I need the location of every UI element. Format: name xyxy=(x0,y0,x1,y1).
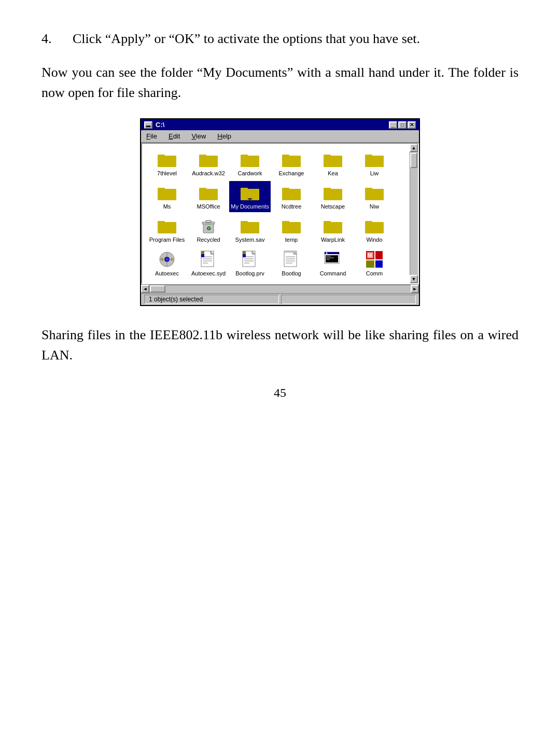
icon-label-bootlog-prv: Bootlog.prv xyxy=(235,270,264,277)
icon-windo[interactable]: Windo xyxy=(354,214,395,245)
step-number: 4. xyxy=(41,31,62,47)
maximize-button[interactable]: □ xyxy=(398,121,407,129)
folder-icon-my-documents xyxy=(241,183,259,202)
scroll-right-button[interactable]: ► xyxy=(411,285,419,293)
svg-rect-8 xyxy=(324,156,342,167)
vertical-scrollbar: ▲ ▼ xyxy=(410,144,418,283)
comm-icon: M xyxy=(365,250,384,269)
windows-explorer-window: ▬ C:\ _ □ ✕ File Edit View Help xyxy=(140,118,420,306)
icon-comm[interactable]: M Comm xyxy=(354,248,395,279)
folder-icon-windo xyxy=(365,216,384,235)
menu-file[interactable]: File xyxy=(143,131,160,141)
svg-rect-35 xyxy=(324,222,342,233)
menu-edit[interactable]: Edit xyxy=(165,131,183,141)
icon-autoexec[interactable]: Autoexec xyxy=(146,248,188,279)
svg-rect-21 xyxy=(324,189,342,200)
svg-rect-24 xyxy=(365,188,372,190)
icon-ncdtree[interactable]: Ncdtree xyxy=(271,181,312,212)
icon-my-documents[interactable]: My Documents xyxy=(229,181,271,212)
icon-bootlog-prv[interactable]: Bootlog.prv xyxy=(229,248,271,279)
scroll-up-button[interactable]: ▲ xyxy=(410,144,418,152)
minimize-button[interactable]: _ xyxy=(389,121,397,129)
command-icon xyxy=(324,250,342,269)
icon-autoexec-syd[interactable]: Autoexec.syd xyxy=(188,248,229,279)
svg-rect-9 xyxy=(324,155,331,157)
folder-icon-netscape xyxy=(324,183,342,202)
folder-icon-cardwork xyxy=(241,150,259,169)
icon-system-sav[interactable]: System.sav xyxy=(229,214,271,245)
folder-icon-ncdtree xyxy=(282,183,301,202)
icon-label-exchange: Exchange xyxy=(279,170,304,177)
icon-command[interactable]: Command xyxy=(312,248,354,279)
icon-program-files[interactable]: Program Files xyxy=(146,214,188,245)
icon-label-ncdtree: Ncdtree xyxy=(282,203,302,210)
icon-niw[interactable]: Niw xyxy=(354,181,395,212)
close-button[interactable]: ✕ xyxy=(408,121,416,129)
icon-label-command: Command xyxy=(320,270,346,277)
icon-recycled[interactable]: ♻ Recycled xyxy=(188,214,229,245)
folder-icon-niw xyxy=(365,183,384,202)
svg-text:♻: ♻ xyxy=(206,226,211,231)
svg-rect-62 xyxy=(243,254,246,257)
menu-bar: File Edit View Help xyxy=(141,130,419,143)
svg-rect-12 xyxy=(158,189,176,200)
svg-rect-1 xyxy=(158,155,165,157)
svg-rect-23 xyxy=(365,189,384,200)
title-bar: ▬ C:\ _ □ ✕ xyxy=(141,119,419,130)
icon-7thlevel[interactable]: 7thlevel xyxy=(146,148,188,179)
folder-icon-ms xyxy=(158,183,176,202)
icon-audrack[interactable]: Audrack.w32 xyxy=(188,148,229,179)
svg-rect-53 xyxy=(201,254,204,257)
icon-msoffice[interactable]: MSOffice xyxy=(188,181,229,212)
svg-rect-37 xyxy=(365,222,384,233)
bootlog-prv-icon xyxy=(241,250,259,269)
icon-bootlog[interactable]: Bootlog xyxy=(271,248,312,279)
status-text: 1 object(s) selected xyxy=(144,295,279,304)
content-area: 7thlevel Audrack.w32 xyxy=(141,143,419,284)
menu-view[interactable]: View xyxy=(188,131,209,141)
icon-exchange[interactable]: Exchange xyxy=(271,148,312,179)
scroll-thumb-horizontal[interactable] xyxy=(150,285,165,293)
icon-warplink[interactable]: WarpLink xyxy=(312,214,354,245)
scroll-down-button[interactable]: ▼ xyxy=(410,275,418,283)
svg-rect-22 xyxy=(324,188,331,190)
icon-netscape[interactable]: Netscape xyxy=(312,181,354,212)
bottom-area: ◄ ► xyxy=(141,284,419,293)
icon-ms[interactable]: Ms xyxy=(146,181,188,212)
icon-area: 7thlevel Audrack.w32 xyxy=(141,143,419,284)
svg-rect-81 xyxy=(375,260,383,268)
svg-rect-3 xyxy=(199,155,206,157)
folder-icon-msoffice xyxy=(199,183,218,202)
scroll-thumb-vertical[interactable] xyxy=(410,153,417,168)
scroll-track-vertical xyxy=(410,152,418,275)
folder-icon-liw xyxy=(365,150,384,169)
svg-rect-19 xyxy=(282,189,301,200)
status-bar: 1 object(s) selected xyxy=(141,293,419,305)
titlebar-buttons: _ □ ✕ xyxy=(389,121,416,129)
svg-rect-32 xyxy=(241,221,248,223)
icon-label-warplink: WarpLink xyxy=(321,237,345,243)
status-section-2 xyxy=(281,295,416,304)
step-4: 4. Click “Apply” or “OK” to activate the… xyxy=(41,31,519,47)
icon-label-ms: Ms xyxy=(163,203,171,210)
icon-liw[interactable]: Liw xyxy=(354,148,395,179)
svg-rect-38 xyxy=(365,221,372,223)
scroll-left-button[interactable]: ◄ xyxy=(141,285,149,293)
icon-cardwork[interactable]: Cardwork xyxy=(229,148,271,179)
icon-label-kea: Kea xyxy=(328,170,338,177)
icon-kea[interactable]: Kea xyxy=(312,148,354,179)
svg-rect-34 xyxy=(282,221,289,223)
folder-icon-system-sav xyxy=(241,216,259,235)
svg-rect-6 xyxy=(282,156,301,167)
icon-label-niw: Niw xyxy=(370,203,379,210)
menu-help[interactable]: Help xyxy=(214,131,234,141)
svg-rect-14 xyxy=(199,189,218,200)
icon-temp[interactable]: temp xyxy=(271,214,312,245)
svg-rect-15 xyxy=(199,188,206,190)
icon-label-bootlog: Bootlog xyxy=(282,270,301,277)
paragraph-1: Now you can see the folder “My Documents… xyxy=(41,62,519,103)
scroll-track-horizontal xyxy=(149,285,411,293)
folder-icon-exchange xyxy=(282,150,301,169)
folder-icon-7thlevel xyxy=(158,150,176,169)
svg-rect-25 xyxy=(158,222,176,233)
